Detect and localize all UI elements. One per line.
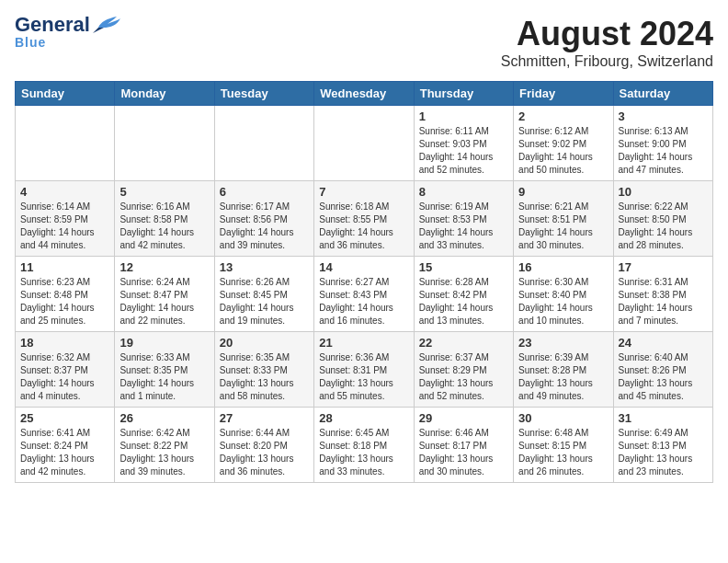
calendar-week-row: 18Sunrise: 6:32 AM Sunset: 8:37 PM Dayli… [16, 332, 713, 408]
calendar-cell: 28Sunrise: 6:45 AM Sunset: 8:18 PM Dayli… [314, 408, 414, 483]
calendar-cell: 27Sunrise: 6:44 AM Sunset: 8:20 PM Dayli… [214, 408, 313, 483]
calendar-cell [115, 106, 214, 181]
calendar-cell: 24Sunrise: 6:40 AM Sunset: 8:26 PM Dayli… [613, 332, 712, 408]
day-number: 25 [20, 411, 109, 425]
calendar-cell: 23Sunrise: 6:39 AM Sunset: 8:28 PM Dayli… [514, 332, 613, 408]
logo: General Blue [15, 15, 122, 50]
day-info: Sunrise: 6:40 AM Sunset: 8:26 PM Dayligh… [619, 351, 708, 403]
weekday-header-saturday: Saturday [613, 82, 712, 106]
calendar-cell: 30Sunrise: 6:48 AM Sunset: 8:15 PM Dayli… [514, 408, 613, 483]
day-info: Sunrise: 6:36 AM Sunset: 8:31 PM Dayligh… [319, 351, 408, 403]
day-info: Sunrise: 6:42 AM Sunset: 8:22 PM Dayligh… [119, 427, 209, 478]
day-info: Sunrise: 6:21 AM Sunset: 8:51 PM Dayligh… [518, 201, 608, 252]
calendar-cell: 29Sunrise: 6:46 AM Sunset: 8:17 PM Dayli… [414, 408, 513, 483]
day-number: 13 [220, 260, 309, 274]
day-number: 4 [20, 185, 109, 199]
day-info: Sunrise: 6:16 AM Sunset: 8:58 PM Dayligh… [119, 201, 209, 252]
day-number: 29 [419, 411, 508, 425]
day-number: 14 [319, 260, 408, 274]
day-number: 20 [220, 336, 309, 350]
calendar-cell: 10Sunrise: 6:22 AM Sunset: 8:50 PM Dayli… [613, 181, 712, 257]
calendar-cell: 2Sunrise: 6:12 AM Sunset: 9:02 PM Daylig… [514, 106, 613, 181]
weekday-header-row: SundayMondayTuesdayWednesdayThursdayFrid… [16, 82, 713, 106]
page-header: General Blue August 2024 Schmitten, Frib… [15, 15, 713, 70]
day-info: Sunrise: 6:37 AM Sunset: 8:29 PM Dayligh… [419, 351, 508, 403]
calendar-cell: 19Sunrise: 6:33 AM Sunset: 8:35 PM Dayli… [115, 332, 214, 408]
day-number: 10 [619, 185, 708, 199]
day-info: Sunrise: 6:24 AM Sunset: 8:47 PM Dayligh… [119, 276, 209, 327]
day-number: 2 [518, 109, 608, 123]
day-info: Sunrise: 6:30 AM Sunset: 8:40 PM Dayligh… [518, 276, 608, 327]
logo-blue-text: Blue [15, 35, 46, 50]
calendar-cell: 31Sunrise: 6:49 AM Sunset: 8:13 PM Dayli… [613, 408, 712, 483]
day-info: Sunrise: 6:27 AM Sunset: 8:43 PM Dayligh… [319, 276, 408, 327]
calendar-cell: 9Sunrise: 6:21 AM Sunset: 8:51 PM Daylig… [514, 181, 613, 257]
day-info: Sunrise: 6:13 AM Sunset: 9:00 PM Dayligh… [619, 125, 708, 177]
day-number: 3 [619, 109, 708, 123]
day-number: 12 [119, 260, 209, 274]
day-number: 15 [419, 260, 508, 274]
calendar-cell: 20Sunrise: 6:35 AM Sunset: 8:33 PM Dayli… [214, 332, 313, 408]
calendar-cell: 4Sunrise: 6:14 AM Sunset: 8:59 PM Daylig… [16, 181, 115, 257]
day-info: Sunrise: 6:32 AM Sunset: 8:37 PM Dayligh… [20, 351, 109, 403]
weekday-header-sunday: Sunday [16, 82, 115, 106]
calendar-cell: 7Sunrise: 6:18 AM Sunset: 8:55 PM Daylig… [314, 181, 414, 257]
day-info: Sunrise: 6:28 AM Sunset: 8:42 PM Dayligh… [419, 276, 508, 327]
day-info: Sunrise: 6:14 AM Sunset: 8:59 PM Dayligh… [20, 201, 109, 252]
day-info: Sunrise: 6:33 AM Sunset: 8:35 PM Dayligh… [119, 351, 209, 403]
day-info: Sunrise: 6:12 AM Sunset: 9:02 PM Dayligh… [518, 125, 608, 177]
calendar-table: SundayMondayTuesdayWednesdayThursdayFrid… [15, 81, 713, 483]
calendar-week-row: 4Sunrise: 6:14 AM Sunset: 8:59 PM Daylig… [16, 181, 713, 257]
calendar-cell: 6Sunrise: 6:17 AM Sunset: 8:56 PM Daylig… [214, 181, 313, 257]
calendar-cell: 8Sunrise: 6:19 AM Sunset: 8:53 PM Daylig… [414, 181, 513, 257]
day-info: Sunrise: 6:45 AM Sunset: 8:18 PM Dayligh… [319, 427, 408, 478]
day-number: 11 [20, 260, 109, 274]
day-number: 27 [220, 411, 309, 425]
title-block: August 2024 Schmitten, Fribourg, Switzer… [501, 15, 713, 70]
calendar-cell: 12Sunrise: 6:24 AM Sunset: 8:47 PM Dayli… [115, 257, 214, 332]
day-number: 7 [319, 185, 408, 199]
day-info: Sunrise: 6:11 AM Sunset: 9:03 PM Dayligh… [419, 125, 508, 177]
day-info: Sunrise: 6:23 AM Sunset: 8:48 PM Dayligh… [20, 276, 109, 327]
calendar-cell: 17Sunrise: 6:31 AM Sunset: 8:38 PM Dayli… [613, 257, 712, 332]
day-info: Sunrise: 6:26 AM Sunset: 8:45 PM Dayligh… [220, 276, 309, 327]
calendar-cell: 1Sunrise: 6:11 AM Sunset: 9:03 PM Daylig… [414, 106, 513, 181]
day-info: Sunrise: 6:48 AM Sunset: 8:15 PM Dayligh… [518, 427, 608, 478]
day-number: 28 [319, 411, 408, 425]
calendar-cell: 5Sunrise: 6:16 AM Sunset: 8:58 PM Daylig… [115, 181, 214, 257]
day-info: Sunrise: 6:46 AM Sunset: 8:17 PM Dayligh… [419, 427, 508, 478]
calendar-cell: 26Sunrise: 6:42 AM Sunset: 8:22 PM Dayli… [115, 408, 214, 483]
day-number: 9 [518, 185, 608, 199]
calendar-week-row: 11Sunrise: 6:23 AM Sunset: 8:48 PM Dayli… [16, 257, 713, 332]
day-number: 8 [419, 185, 508, 199]
logo-general: General [15, 15, 90, 35]
day-info: Sunrise: 6:19 AM Sunset: 8:53 PM Dayligh… [419, 201, 508, 252]
day-number: 24 [619, 336, 708, 350]
day-number: 5 [119, 185, 209, 199]
day-number: 31 [619, 411, 708, 425]
weekday-header-friday: Friday [514, 82, 613, 106]
month-title: August 2024 [501, 15, 713, 53]
day-number: 23 [518, 336, 608, 350]
weekday-header-monday: Monday [115, 82, 214, 106]
day-number: 26 [119, 411, 209, 425]
calendar-cell: 15Sunrise: 6:28 AM Sunset: 8:42 PM Dayli… [414, 257, 513, 332]
calendar-cell: 22Sunrise: 6:37 AM Sunset: 8:29 PM Dayli… [414, 332, 513, 408]
calendar-week-row: 25Sunrise: 6:41 AM Sunset: 8:24 PM Dayli… [16, 408, 713, 483]
weekday-header-wednesday: Wednesday [314, 82, 414, 106]
day-info: Sunrise: 6:35 AM Sunset: 8:33 PM Dayligh… [220, 351, 309, 403]
day-number: 16 [518, 260, 608, 274]
day-number: 21 [319, 336, 408, 350]
day-number: 1 [419, 109, 508, 123]
logo-bird-icon [93, 15, 122, 35]
calendar-cell: 3Sunrise: 6:13 AM Sunset: 9:00 PM Daylig… [613, 106, 712, 181]
calendar-cell: 13Sunrise: 6:26 AM Sunset: 8:45 PM Dayli… [214, 257, 313, 332]
day-number: 22 [419, 336, 508, 350]
calendar-cell: 21Sunrise: 6:36 AM Sunset: 8:31 PM Dayli… [314, 332, 414, 408]
day-number: 17 [619, 260, 708, 274]
day-number: 6 [220, 185, 309, 199]
day-info: Sunrise: 6:22 AM Sunset: 8:50 PM Dayligh… [619, 201, 708, 252]
calendar-cell: 25Sunrise: 6:41 AM Sunset: 8:24 PM Dayli… [16, 408, 115, 483]
weekday-header-tuesday: Tuesday [214, 82, 313, 106]
calendar-week-row: 1Sunrise: 6:11 AM Sunset: 9:03 PM Daylig… [16, 106, 713, 181]
